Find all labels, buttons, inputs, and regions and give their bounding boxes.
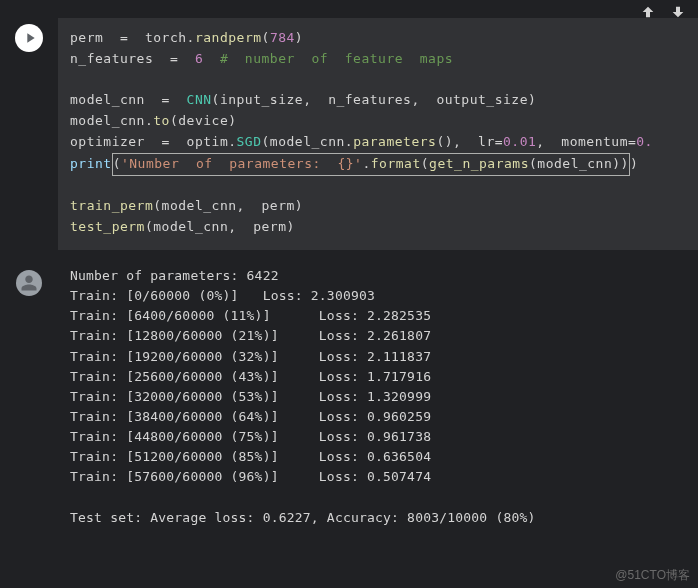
code-line: model_cnn.to(device): [70, 111, 686, 132]
code-line: train_perm(model_cnn, perm): [70, 196, 686, 217]
cell-toolbar: [640, 4, 686, 23]
output-cell: Number of parameters: 6422 Train: [0/600…: [0, 250, 698, 536]
code-cell: perm = torch.randperm(784) n_features = …: [0, 0, 698, 250]
code-line: perm = torch.randperm(784): [70, 28, 686, 49]
code-line: model_cnn = CNN(input_size, n_features, …: [70, 90, 686, 111]
move-down-icon[interactable]: [670, 4, 686, 23]
output-text: Number of parameters: 6422 Train: [0/600…: [58, 264, 698, 536]
code-line: test_perm(model_cnn, perm): [70, 217, 686, 238]
code-line: print('Number of parameters: {}'.format(…: [70, 153, 686, 176]
watermark: @51CTO博客: [615, 567, 690, 584]
code-line: optimizer = optim.SGD(model_cnn.paramete…: [70, 132, 686, 153]
avatar-icon: [16, 270, 42, 296]
code-gutter: [0, 18, 58, 52]
output-gutter: [0, 264, 58, 296]
code-line: n_features = 6 # number of feature maps: [70, 49, 686, 70]
code-line: [70, 70, 686, 91]
run-button[interactable]: [15, 24, 43, 52]
code-editor[interactable]: perm = torch.randperm(784) n_features = …: [58, 18, 698, 250]
code-line: [70, 176, 686, 197]
move-up-icon[interactable]: [640, 4, 656, 23]
